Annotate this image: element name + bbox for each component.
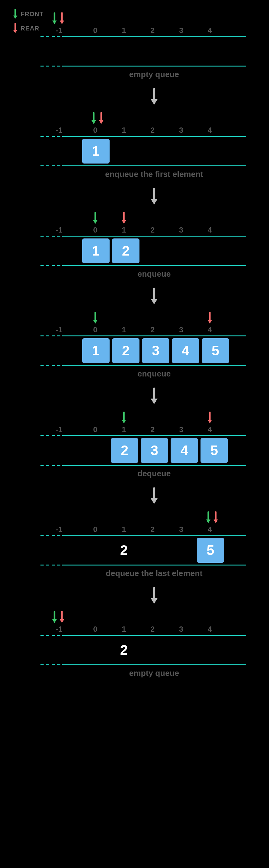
queue-cell-filled: 1 [82, 138, 110, 164]
index-label: 2 [138, 625, 167, 633]
front-arrow-icon [12, 9, 18, 19]
front-pointer-icon [92, 212, 98, 226]
index-label: 4 [195, 126, 224, 135]
index-label: 1 [110, 226, 138, 235]
axis-line-bottom [62, 66, 246, 66]
queue-cell-filled: 2 [110, 437, 139, 464]
cells-row: 12 [62, 237, 246, 265]
axis-line-top [62, 336, 246, 336]
step-caption: enqueue [62, 369, 246, 379]
queue-cell-empty [167, 536, 195, 565]
axis-line-top [62, 435, 246, 436]
step-caption: empty queue [62, 70, 246, 79]
queue-cell-filled: 3 [140, 437, 169, 464]
queue-cell-empty [195, 636, 224, 664]
queue-cell-filled: 5 [201, 338, 230, 364]
queue-cell-empty [167, 37, 195, 66]
front-pointer-icon [92, 312, 98, 326]
index-neg1: -1 [50, 625, 69, 633]
queue-cell-empty [81, 536, 110, 565]
transition-arrow-icon [62, 179, 246, 209]
axis-line-bottom [62, 465, 246, 466]
index-label: 2 [138, 525, 167, 534]
queue-cell-filled: 2 [111, 338, 140, 364]
index-neg1: -1 [50, 226, 69, 235]
index-label: 1 [110, 425, 138, 434]
index-label: 2 [138, 26, 167, 35]
axis-line-top [62, 36, 246, 37]
front-pointer-icon [52, 12, 57, 26]
queue-step: -101234 [62, 9, 246, 66]
queue-cell-filled: 1 [82, 238, 110, 264]
axis-line-top [62, 136, 246, 137]
rear-pointer-icon [213, 512, 219, 525]
queue-cell-filled: 5 [196, 537, 225, 563]
queue-step: -1012342345 [62, 408, 246, 466]
queue-cell-filled: 4 [171, 338, 200, 364]
index-row: -101234 [62, 625, 246, 635]
index-neg1: -1 [50, 26, 69, 35]
index-neg1: -1 [50, 326, 69, 334]
index-label: 3 [167, 126, 195, 135]
cells-row: 1 [62, 137, 246, 165]
queue-cell-empty [195, 37, 224, 66]
axis-line-bottom [62, 365, 246, 366]
pointer-row [62, 212, 246, 226]
index-label: 1 [110, 26, 138, 35]
index-label: 0 [81, 126, 110, 135]
index-label: 1 [110, 126, 138, 135]
transition-arrow-icon [62, 79, 246, 109]
cells-row: 12345 [62, 336, 246, 365]
queue-step: -10123412 [62, 209, 246, 266]
index-label: 0 [81, 226, 110, 235]
queue-cell-filled: 2 [111, 238, 140, 264]
queue-cell-filled: 1 [82, 338, 110, 364]
step-caption: dequeue [62, 469, 246, 478]
axis-line-bottom [62, 165, 246, 166]
index-label: 3 [167, 425, 195, 434]
index-row: -101234 [62, 226, 246, 236]
legend-rear: REAR [12, 23, 44, 34]
rear-arrow-icon [12, 23, 18, 34]
index-label: 1 [110, 525, 138, 534]
front-pointer-icon [52, 611, 57, 625]
pointer-row [62, 512, 246, 525]
step-caption: enqueue the first element [62, 169, 246, 179]
axis-line-top [62, 535, 246, 536]
index-label: 0 [81, 326, 110, 334]
axis-line-bottom [62, 565, 246, 565]
transition-arrow-icon [62, 379, 246, 408]
index-neg1: -1 [50, 126, 69, 135]
legend-rear-label: REAR [21, 25, 39, 32]
transition-arrow-icon [62, 578, 246, 608]
queue-cell-filled: 4 [170, 437, 199, 464]
index-label: 3 [167, 525, 195, 534]
queue-cell-empty [81, 636, 110, 664]
front-pointer-icon [91, 112, 97, 126]
index-label: 4 [195, 226, 224, 235]
index-label: 3 [167, 226, 195, 235]
axis-line-bottom [62, 265, 246, 266]
queue-cell-filled: 3 [141, 338, 170, 364]
front-pointer-icon [121, 412, 127, 425]
index-label: 1 [110, 625, 138, 633]
queue-cell-ghost: 2 [110, 536, 138, 565]
cells-row: 25 [62, 536, 246, 565]
queue-cell-empty [139, 137, 168, 165]
rear-pointer-icon [121, 212, 127, 226]
queue-step: -1012341 [62, 109, 246, 166]
index-row: -101234 [62, 326, 246, 336]
transition-arrow-icon [62, 478, 246, 508]
index-label: 4 [195, 326, 224, 334]
legend-front: FRONT [12, 9, 44, 19]
queue-step: -1012342 [62, 608, 246, 665]
index-neg1: -1 [50, 525, 69, 534]
step-caption: enqueue [62, 269, 246, 279]
front-pointer-icon [206, 512, 211, 525]
index-label: 3 [167, 625, 195, 633]
transition-arrow-icon [62, 279, 246, 309]
axis-line-top [62, 635, 246, 636]
index-label: 3 [167, 26, 195, 35]
index-label: 4 [195, 625, 224, 633]
rear-pointer-icon [207, 412, 213, 425]
